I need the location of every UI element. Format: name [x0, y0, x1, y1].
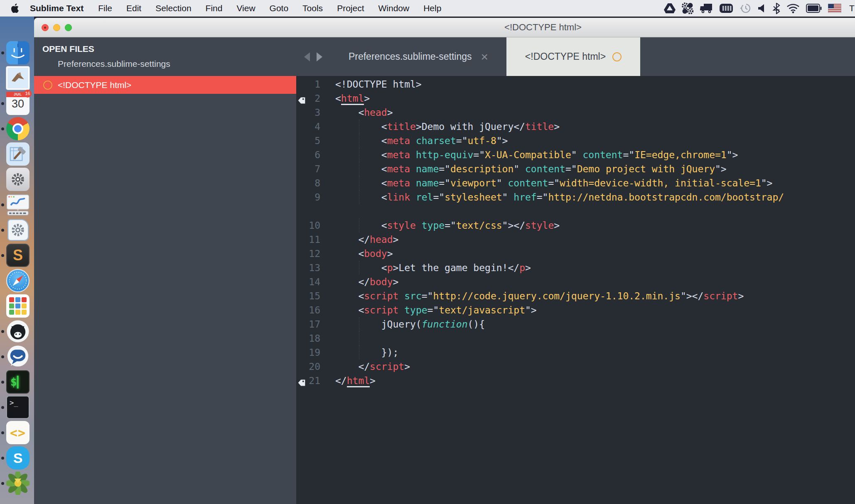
code-line[interactable]: 4 <title>Demo with jQuery</title> [296, 120, 855, 134]
apple-icon[interactable] [11, 3, 20, 14]
running-indicator-dot [1, 203, 4, 206]
wifi-icon[interactable] [786, 2, 800, 15]
dock: JUL3016S$▎>_<>S [0, 17, 34, 504]
code-line[interactable]: 1<!DOCTYPE html> [296, 77, 855, 91]
menubar-item-selection[interactable]: Selection [148, 3, 198, 13]
code-text: <!DOCTYPE html> [335, 77, 422, 91]
code-line[interactable]: 16 <script type="text/javascript"> [296, 303, 855, 317]
line-number: 9 [296, 190, 320, 204]
window-title-bar[interactable]: <!DOCTYPE html> [34, 18, 855, 37]
line-number: 8 [296, 176, 320, 190]
menubar-item-goto[interactable]: Goto [263, 3, 296, 13]
code-line[interactable]: 19 }); [296, 345, 855, 360]
code-text: jQuery(function(){ [335, 317, 485, 331]
sidebar-file-item[interactable]: Preferences.sublime-settings [34, 56, 296, 71]
code-line[interactable]: 9 <link rel="stylesheet" href="http://ne… [296, 190, 855, 204]
code-line[interactable]: 14 </body> [296, 275, 855, 289]
dock-icon-hipchat[interactable] [6, 345, 29, 368]
code-line[interactable]: 21</html> [296, 374, 855, 388]
dock-icon-code-brackets-app[interactable]: <> [6, 421, 29, 444]
dock-icon-finder[interactable] [6, 41, 29, 64]
code-line[interactable] [296, 204, 855, 218]
dock-icon-safari[interactable] [6, 269, 29, 292]
dock-icon-xcode[interactable] [6, 142, 29, 166]
code-line[interactable]: 12 <body> [296, 247, 855, 261]
tab-nav-arrows [296, 37, 330, 76]
tab-active[interactable]: <!DOCTYPE html> [506, 37, 640, 76]
line-number: 20 [296, 360, 320, 374]
tab-inactive[interactable]: Preferences.sublime-settings× [330, 37, 506, 76]
code-text: <style type="text/css"></style> [335, 218, 560, 232]
menubar-item-view[interactable]: View [229, 3, 262, 13]
code-editor[interactable]: 1<!DOCTYPE html>2<html>3 <head>4 <title>… [296, 76, 855, 504]
code-line[interactable]: 2<html> [296, 91, 855, 105]
google-drive-icon[interactable] [664, 2, 676, 15]
prev-file-arrow-icon[interactable] [304, 52, 310, 61]
menubar-item-help[interactable]: Help [416, 3, 448, 13]
code-line[interactable]: 11 </head> [296, 232, 855, 247]
menubar-item-find[interactable]: Find [199, 3, 230, 13]
menubar-item-tools[interactable]: Tools [295, 3, 330, 13]
bookmark-tag-icon [297, 94, 306, 103]
dock-icon-calendar[interactable]: JUL3016 [6, 92, 29, 115]
menubar-item-file[interactable]: File [91, 3, 119, 13]
truck-icon[interactable] [700, 2, 713, 15]
tab-close-icon[interactable]: × [481, 53, 489, 61]
code-line[interactable]: 8 <meta name="viewport" content="width=d… [296, 176, 855, 190]
code-line[interactable]: 6 <meta http-equiv="X-UA-Compatible" con… [296, 148, 855, 162]
dock-icon-terminal-dollar[interactable]: $▎ [6, 370, 29, 394]
close-window-button[interactable] [42, 24, 49, 31]
code-text: <body> [335, 247, 393, 261]
code-line[interactable]: 17 jQuery(function(){ [296, 317, 855, 331]
line-number: 1 [296, 77, 320, 91]
line-number: 14 [296, 275, 320, 289]
minimize-window-button[interactable] [53, 24, 60, 31]
code-line[interactable]: 13 <p>Let the game begin!</p> [296, 261, 855, 275]
code-line[interactable]: 5 <meta charset="utf-8"> [296, 134, 855, 148]
bookmark-tag-icon [297, 377, 306, 385]
menubar-item-project[interactable]: Project [330, 3, 371, 13]
code-line[interactable]: 3 <head> [296, 105, 855, 120]
dock-icon-system-preferences[interactable] [6, 168, 29, 191]
dock-icon-mail[interactable] [6, 66, 29, 90]
meter-icon[interactable] [719, 2, 733, 15]
line-number: 3 [296, 105, 320, 120]
menubar-item-window[interactable]: Window [371, 3, 416, 13]
dock-icon-chrome[interactable] [6, 117, 29, 140]
code-line[interactable]: 7 <meta name="description" content="Demo… [296, 162, 855, 176]
dock-icon-text-window-app[interactable] [6, 193, 29, 216]
code-line[interactable]: 15 <script src="http://code.jquery.com/j… [296, 289, 855, 303]
dock-icon-github[interactable] [6, 320, 29, 343]
sidebar-file-item[interactable]: <!DOCTYPE html> [34, 76, 296, 94]
dock-icon-gear-document-app[interactable] [6, 218, 29, 242]
running-indicator-dot [1, 431, 4, 434]
dock-icon-sublime-text[interactable]: S [6, 244, 29, 267]
indent-guide [359, 218, 359, 232]
code-line[interactable]: 18 [296, 331, 855, 345]
line-number: 10 [296, 218, 320, 232]
menubar-app-name[interactable]: Sublime Text [22, 3, 91, 13]
indent-guide [359, 134, 359, 148]
code-text: </body> [335, 275, 398, 289]
battery-icon[interactable] [806, 2, 822, 15]
indent-guide [359, 190, 359, 204]
time-machine-icon[interactable] [740, 2, 751, 15]
running-indicator-dot [1, 330, 4, 333]
dock-icon-skype[interactable]: S [6, 446, 29, 470]
code-line[interactable]: 20 </script> [296, 360, 855, 374]
code-text: </head> [335, 232, 398, 247]
keyboard-flag-icon[interactable] [828, 2, 841, 15]
bluetooth-icon[interactable] [773, 2, 780, 15]
menubar-clock[interactable]: T [849, 3, 855, 13]
code-text: <script type="text/javascript"> [335, 303, 537, 317]
gears-icon[interactable] [682, 2, 693, 15]
volume-icon[interactable] [757, 2, 767, 15]
menubar-item-edit[interactable]: Edit [119, 3, 148, 13]
code-text: <meta name="viewport" content="width=dev… [335, 176, 772, 190]
code-line[interactable]: 10 <style type="text/css"></style> [296, 218, 855, 232]
dock-icon-color-grid-app[interactable] [6, 294, 29, 318]
dock-icon-succulent[interactable] [6, 472, 29, 495]
zoom-window-button[interactable] [65, 24, 72, 31]
dock-icon-terminal[interactable]: >_ [6, 396, 29, 419]
next-file-arrow-icon[interactable] [317, 52, 322, 61]
